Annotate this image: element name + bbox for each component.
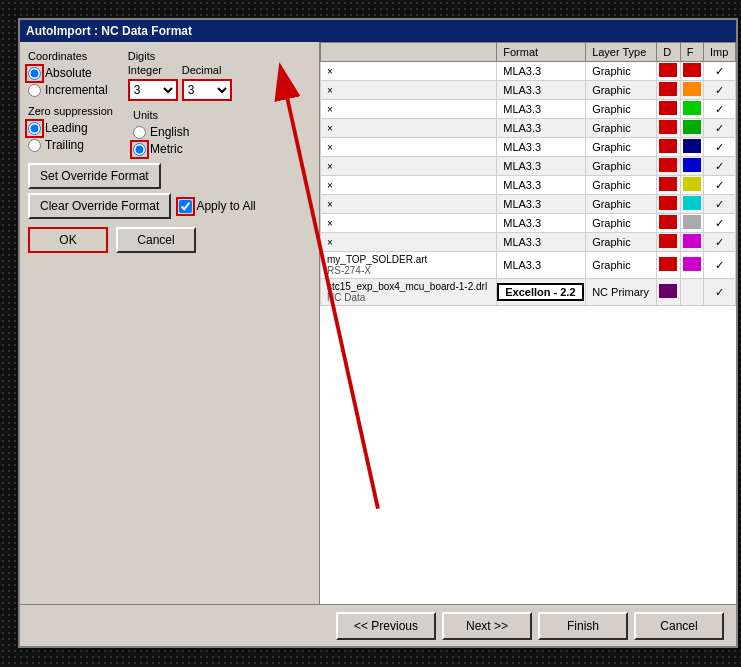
next-button[interactable]: Next >> [442, 612, 532, 640]
row-d-color [657, 176, 680, 195]
table-row: × MLA3.3 Graphic ✓ [321, 100, 736, 119]
ok-cancel-row: OK Cancel [28, 227, 311, 253]
row-imp: ✓ [704, 81, 736, 100]
row-layer-type: Graphic [586, 176, 657, 195]
cancel-button[interactable]: Cancel [116, 227, 196, 253]
row-x: × [321, 233, 497, 252]
decimal-select[interactable]: 342 [182, 79, 232, 101]
row-format: MLA3.3 [497, 252, 586, 279]
absolute-radio[interactable] [28, 67, 41, 80]
row-imp: ✓ [704, 176, 736, 195]
row-f-color [680, 81, 703, 100]
left-panel: Coordinates Absolute Incremental Digits [20, 42, 320, 604]
row-imp: ✓ [704, 138, 736, 157]
row-layer-type: Graphic [586, 157, 657, 176]
coordinates-label: Coordinates [28, 50, 108, 62]
row-f-color [680, 157, 703, 176]
absolute-label: Absolute [45, 66, 92, 80]
title-bar: AutoImport : NC Data Format [20, 20, 736, 42]
file-row-filename: stc15_exp_box4_mcu_board-1-2.drlNC Data [321, 279, 497, 306]
integer-select[interactable]: 342 [128, 79, 178, 101]
apply-to-all-label: Apply to All [196, 199, 255, 213]
nav-cancel-button[interactable]: Cancel [634, 612, 724, 640]
table-header-row: Format Layer Type D F Imp [321, 43, 736, 62]
row-imp: ✓ [704, 119, 736, 138]
table-row: × MLA3.3 Graphic ✓ [321, 233, 736, 252]
row-imp: ✓ [704, 157, 736, 176]
clear-override-button[interactable]: Clear Override Format [28, 193, 171, 219]
file-row: stc15_exp_box4_mcu_board-1-2.drlNC Data … [321, 279, 736, 306]
file-row-imp: ✓ [704, 252, 736, 279]
dialog-title: AutoImport : NC Data Format [26, 24, 192, 38]
row-format: MLA3.3 [497, 214, 586, 233]
incremental-radio-row: Incremental [28, 83, 108, 97]
row-layer-type: Graphic [586, 100, 657, 119]
incremental-label: Incremental [45, 83, 108, 97]
row-x: × [321, 81, 497, 100]
row-format: MLA3.3 [497, 138, 586, 157]
override-row: Clear Override Format Apply to All [28, 193, 311, 219]
row-format: MLA3.3 [497, 176, 586, 195]
row-f-color [680, 100, 703, 119]
row-x: × [321, 62, 497, 81]
table-row: × MLA3.3 Graphic ✓ [321, 157, 736, 176]
row-x: × [321, 157, 497, 176]
ok-button[interactable]: OK [28, 227, 108, 253]
leading-radio[interactable] [28, 122, 41, 135]
row-format: MLA3.3 [497, 195, 586, 214]
row-x: × [321, 176, 497, 195]
finish-button[interactable]: Finish [538, 612, 628, 640]
row-d-color [657, 100, 680, 119]
zero-suppression-label: Zero suppression [28, 105, 113, 117]
file-row-layer-type: Graphic [586, 252, 657, 279]
row-f-color [680, 233, 703, 252]
table-row: × MLA3.3 Graphic ✓ [321, 119, 736, 138]
row-d-color [657, 119, 680, 138]
coordinates-group: Coordinates Absolute Incremental [28, 50, 108, 101]
row-imp: ✓ [704, 233, 736, 252]
row-f-color [680, 138, 703, 157]
set-override-row: Set Override Format [28, 163, 311, 189]
incremental-radio[interactable] [28, 84, 41, 97]
table-row: × MLA3.3 Graphic ✓ [321, 214, 736, 233]
file-row-f-color [680, 279, 703, 306]
row-format: MLA3.3 [497, 157, 586, 176]
file-row-f-color [680, 252, 703, 279]
set-override-button[interactable]: Set Override Format [28, 163, 161, 189]
trailing-radio[interactable] [28, 139, 41, 152]
apply-to-all-checkbox[interactable] [179, 200, 192, 213]
row-x: × [321, 100, 497, 119]
top-row: Coordinates Absolute Incremental Digits [28, 50, 311, 101]
metric-label: Metric [150, 142, 183, 156]
format-table: Format Layer Type D F Imp × MLA3.3 Graph… [320, 42, 736, 306]
leading-label: Leading [45, 121, 88, 135]
col-header-f: F [680, 43, 703, 62]
row-f-color [680, 214, 703, 233]
row-f-color [680, 62, 703, 81]
zero-units-row: Zero suppression Leading Trailing Units [28, 105, 311, 159]
zero-suppression-group: Zero suppression Leading Trailing [28, 105, 113, 159]
row-format: MLA3.3 [497, 119, 586, 138]
english-radio-row: English [133, 125, 189, 139]
table-row: × MLA3.3 Graphic ✓ [321, 176, 736, 195]
row-f-color [680, 195, 703, 214]
table-row: × MLA3.3 Graphic ✓ [321, 81, 736, 100]
row-x: × [321, 214, 497, 233]
row-d-color [657, 233, 680, 252]
row-layer-type: Graphic [586, 119, 657, 138]
row-format: MLA3.3 [497, 233, 586, 252]
decimal-label: Decimal [182, 64, 232, 76]
metric-radio[interactable] [133, 143, 146, 156]
nav-bar: << Previous Next >> Finish Cancel [20, 604, 736, 646]
metric-radio-row: Metric [133, 142, 189, 156]
row-layer-type: Graphic [586, 195, 657, 214]
english-radio[interactable] [133, 126, 146, 139]
trailing-label: Trailing [45, 138, 84, 152]
previous-button[interactable]: << Previous [336, 612, 436, 640]
apply-to-all-row: Apply to All [179, 199, 255, 213]
row-imp: ✓ [704, 100, 736, 119]
dialog-window: AutoImport : NC Data Format Coordinates … [18, 18, 738, 648]
row-layer-type: Graphic [586, 214, 657, 233]
table-row: × MLA3.3 Graphic ✓ [321, 138, 736, 157]
digits-group: Digits Integer 342 Decimal 342 [128, 50, 232, 101]
